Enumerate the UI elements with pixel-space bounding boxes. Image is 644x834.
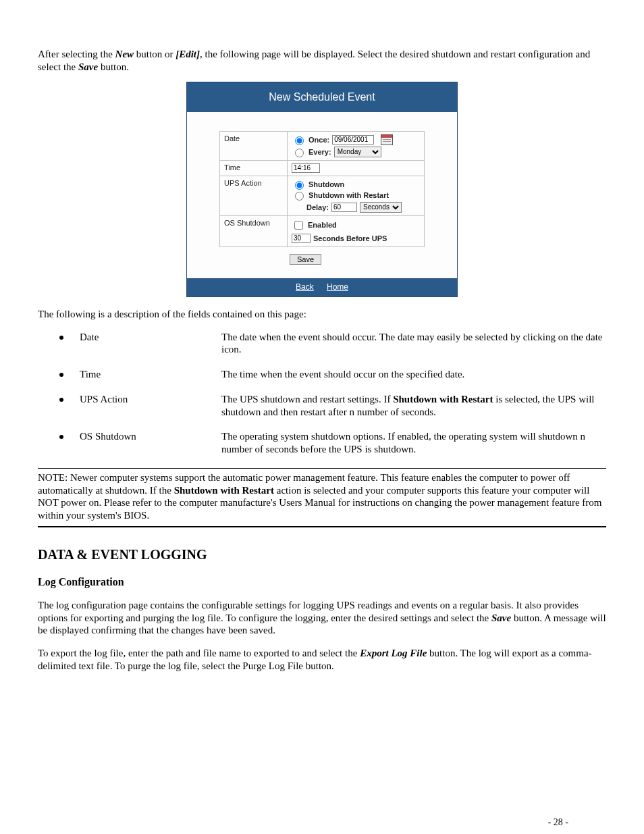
delay-unit-select[interactable]: Seconds xyxy=(360,202,402,213)
once-date-input[interactable] xyxy=(332,135,374,145)
time-label: Time xyxy=(220,160,288,176)
list-item: Time The time when the event should occu… xyxy=(38,368,606,381)
shutdown-restart-label: Shutdown with Restart xyxy=(308,190,389,201)
log-config-p2: To export the log file, enter the path a… xyxy=(38,647,606,673)
field-description-list: Date The date when the event should occu… xyxy=(38,331,606,456)
shutdown-restart-radio[interactable] xyxy=(295,192,304,201)
save-button[interactable]: Save xyxy=(290,254,321,265)
scheduled-event-panel: New Scheduled Event Date Once: Every: xyxy=(186,82,458,297)
text: To export the log file, enter the path a… xyxy=(38,648,360,658)
shutdown-radio[interactable] xyxy=(295,181,304,190)
section-heading: DATA & EVENT LOGGING xyxy=(38,546,606,563)
every-select[interactable]: Monday xyxy=(334,147,381,157)
os-shutdown-cell: Enabled Seconds Before UPS xyxy=(287,215,424,246)
time-cell xyxy=(287,160,424,176)
text: button. xyxy=(98,61,129,72)
every-radio[interactable] xyxy=(295,149,304,157)
bullet-icon xyxy=(59,398,63,402)
subsection-heading: Log Configuration xyxy=(38,575,606,589)
ups-action-cell: Shutdown Shutdown with Restart Delay: Se… xyxy=(287,176,424,215)
page-number: - 28 - xyxy=(548,816,568,829)
calendar-icon[interactable] xyxy=(381,134,393,145)
shutdown-label: Shutdown xyxy=(308,179,344,190)
bullet-icon xyxy=(59,336,63,340)
os-enabled-checkbox[interactable] xyxy=(294,221,303,230)
every-label: Every: xyxy=(308,147,331,157)
text: After selecting the xyxy=(38,49,115,59)
save-button-ref: Save xyxy=(78,61,98,72)
back-link[interactable]: Back xyxy=(296,282,314,292)
edit-link-ref: [Edit] xyxy=(176,49,200,59)
os-seconds-suffix: Seconds Before UPS xyxy=(313,233,387,244)
def-time: The time when the event should occur on … xyxy=(221,368,606,381)
description-intro: The following is a description of the fi… xyxy=(38,308,606,321)
bold-term: Shutdown with Restart xyxy=(174,485,274,496)
ups-action-label: UPS Action xyxy=(220,176,288,215)
os-seconds-input[interactable] xyxy=(292,234,311,243)
delay-label: Delay: xyxy=(306,202,329,213)
panel-footer: Back Home xyxy=(187,278,457,296)
once-label: Once: xyxy=(308,134,329,145)
def-os: The operating system shutdown options. I… xyxy=(221,430,606,456)
new-button-ref: New xyxy=(115,49,134,59)
intro-paragraph: After selecting the New button or [Edit]… xyxy=(38,48,606,74)
bold-term: Shutdown with Restart xyxy=(393,394,493,405)
form-table: Date Once: Every: Monday xyxy=(219,131,425,247)
def-ups: The UPS shutdown and restart settings. I… xyxy=(221,393,606,419)
list-item: UPS Action The UPS shutdown and restart … xyxy=(38,393,606,419)
date-cell: Once: Every: Monday xyxy=(287,131,424,160)
panel-body: Date Once: Every: Monday xyxy=(187,112,457,278)
bullet-icon xyxy=(59,373,63,377)
term-ups: UPS Action xyxy=(80,393,221,406)
panel-title: New Scheduled Event xyxy=(187,82,457,112)
os-shutdown-label: OS Shutdown xyxy=(220,215,288,246)
term-os: OS Shutdown xyxy=(80,430,221,443)
home-link[interactable]: Home xyxy=(327,282,348,292)
log-config-p1: The log configuration page contains the … xyxy=(38,599,606,637)
def-date: The date when the event should occur. Th… xyxy=(221,331,606,357)
list-item: OS Shutdown The operating system shutdow… xyxy=(38,430,606,456)
bullet-icon xyxy=(59,435,63,439)
text: The UPS shutdown and restart settings. I… xyxy=(221,394,393,405)
os-enabled-label: Enabled xyxy=(308,219,337,230)
list-item: Date The date when the event should occu… xyxy=(38,331,606,357)
term-date: Date xyxy=(80,331,221,344)
save-ref: Save xyxy=(491,613,511,623)
delay-input[interactable] xyxy=(331,203,357,212)
text: button or xyxy=(134,49,176,59)
once-radio[interactable] xyxy=(295,136,304,145)
term-time: Time xyxy=(80,368,221,381)
export-ref: Export Log File xyxy=(360,648,427,658)
note-block: NOTE: Newer computer systems support the… xyxy=(38,468,606,527)
date-label: Date xyxy=(220,131,288,160)
time-input[interactable] xyxy=(292,163,320,173)
